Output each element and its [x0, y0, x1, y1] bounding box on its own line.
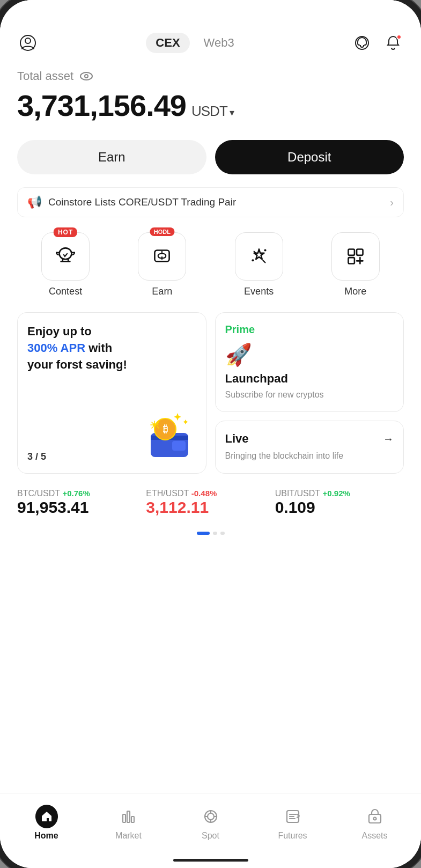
nav-item-spot[interactable]: Spot [169, 805, 252, 841]
more-label: More [344, 286, 366, 297]
nav-item-futures[interactable]: Futures [252, 805, 334, 841]
prime-label: Prime [225, 323, 394, 336]
svg-rect-20 [127, 811, 130, 822]
asset-amount-value: 3,731,156.49 [17, 88, 186, 123]
nav-item-market[interactable]: Market [87, 805, 169, 841]
total-asset-text: Total asset [17, 69, 73, 83]
action-buttons: Earn Deposit [17, 140, 404, 174]
ticker-ubit-header: UBIT/USDT +0.92% [275, 489, 395, 498]
deposit-button[interactable]: Deposit [215, 140, 404, 174]
live-card[interactable]: Live → Bringing the blockchain into life [215, 421, 404, 473]
svg-rect-9 [348, 249, 354, 255]
live-arrow-icon: → [383, 433, 394, 445]
scroll-dot-active [197, 532, 210, 535]
hodl-badge: HODL [150, 227, 174, 236]
profile-button[interactable] [17, 32, 39, 54]
nav-item-assets[interactable]: Assets [334, 805, 416, 841]
screen: CEX Web3 [0, 0, 421, 868]
wallet-illustration: ₿ [143, 409, 196, 462]
svg-point-1 [25, 38, 31, 43]
svg-point-26 [373, 817, 376, 820]
btc-price: 91,953.41 [17, 498, 137, 517]
quick-icon-more[interactable]: More [307, 232, 404, 297]
phone-home-bar [0, 852, 421, 868]
contest-label: Contest [49, 286, 82, 297]
scroll-dot-1 [213, 532, 217, 535]
card-bottom: 3 / 5 [27, 409, 196, 462]
savings-card[interactable]: Enjoy up to 300% APR with your forst sav… [17, 312, 206, 474]
ticker-btc[interactable]: BTC/USDT +0.76% 91,953.41 [17, 489, 146, 517]
support-button[interactable] [351, 32, 373, 54]
ticker-ubit[interactable]: UBIT/USDT +0.92% 0.109 [275, 489, 404, 517]
savings-card-text: Enjoy up to 300% APR with your forst sav… [27, 323, 196, 377]
announcement-content: Coinstore Lists CORE/USDT Trading Pair [48, 196, 236, 208]
rocket-icon: 🚀 [225, 342, 394, 367]
live-title: Live [225, 432, 249, 446]
svg-rect-11 [348, 258, 354, 263]
svg-rect-5 [60, 248, 72, 259]
announcement-chevron-icon: › [390, 196, 394, 209]
svg-rect-14 [172, 441, 186, 451]
ubit-change: +0.92% [323, 489, 350, 498]
nav-icons [351, 32, 404, 54]
eye-icon[interactable] [79, 69, 94, 84]
eth-price: 3,112.11 [146, 498, 266, 517]
ticker-section: BTC/USDT +0.76% 91,953.41 ETH/USDT -0.48… [17, 489, 404, 523]
svg-point-3 [80, 72, 92, 80]
hot-badge: HOT [54, 227, 77, 237]
svg-rect-19 [123, 814, 125, 822]
quick-icon-earn[interactable]: HODL Earn [114, 232, 210, 297]
more-icon [343, 244, 368, 269]
assets-label: Assets [361, 831, 387, 841]
bottom-nav: Home Market [0, 793, 421, 852]
scroll-indicator [17, 532, 404, 535]
total-asset-section: Total asset 3,731,156.49 USDT ▾ [17, 59, 404, 128]
earn-icon-box: HODL [138, 232, 186, 281]
nav-tabs: CEX Web3 [146, 33, 243, 53]
spot-label: Spot [202, 831, 219, 841]
total-asset-amount: 3,731,156.49 USDT ▾ [17, 88, 404, 123]
svg-text:₿: ₿ [163, 424, 167, 435]
web3-tab[interactable]: Web3 [194, 33, 244, 53]
eth-change: -0.48% [191, 489, 217, 498]
nav-item-home[interactable]: Home [5, 805, 87, 841]
scroll-dot-2 [220, 532, 225, 535]
savings-title: Enjoy up to 300% APR with your forst sav… [27, 323, 196, 373]
ubit-price: 0.109 [275, 498, 395, 517]
quick-icon-events[interactable]: Events [211, 232, 307, 297]
earn-label: Earn [152, 286, 172, 297]
top-nav: CEX Web3 [0, 27, 421, 59]
notifications-button[interactable] [382, 32, 404, 54]
home-icon [35, 805, 58, 828]
more-icon-box [331, 232, 380, 281]
ticker-eth-header: ETH/USDT -0.48% [146, 489, 266, 498]
launchpad-card[interactable]: Prime 🚀 Launchpad Subscribe for new cryp… [215, 312, 404, 412]
asset-currency[interactable]: USDT ▾ [191, 103, 234, 120]
quick-icon-contest[interactable]: HOT Contest [17, 232, 114, 297]
phone-frame: CEX Web3 [0, 0, 421, 868]
launchpad-title: Launchpad [225, 372, 394, 386]
earn-button[interactable]: Earn [17, 140, 206, 174]
notification-dot [396, 34, 402, 40]
market-icon [117, 805, 140, 828]
page-indicator: 3 / 5 [27, 451, 46, 462]
cards-section: Enjoy up to 300% APR with your forst sav… [17, 312, 404, 474]
futures-label: Futures [278, 831, 307, 841]
events-label: Events [244, 286, 274, 297]
home-label: Home [34, 831, 58, 841]
main-content: Total asset 3,731,156.49 USDT ▾ Earn Dep… [0, 59, 421, 793]
cex-tab[interactable]: CEX [146, 33, 189, 53]
svg-point-8 [252, 259, 254, 261]
assets-icon [364, 805, 386, 828]
total-asset-label: Total asset [17, 69, 404, 84]
futures-icon [282, 805, 304, 828]
launchpad-subtitle: Subscribe for new cryptos [225, 389, 394, 401]
svg-point-23 [208, 813, 214, 820]
btc-change: +0.76% [62, 489, 90, 498]
ticker-btc-header: BTC/USDT +0.76% [17, 489, 137, 498]
btc-pair: BTC/USDT [17, 489, 60, 498]
events-icon [246, 244, 272, 269]
quick-icons: HOT Contest HODL [17, 232, 404, 297]
ticker-eth[interactable]: ETH/USDT -0.48% 3,112.11 [146, 489, 275, 517]
announcement-bar[interactable]: 📢 Coinstore Lists CORE/USDT Trading Pair… [17, 187, 404, 217]
